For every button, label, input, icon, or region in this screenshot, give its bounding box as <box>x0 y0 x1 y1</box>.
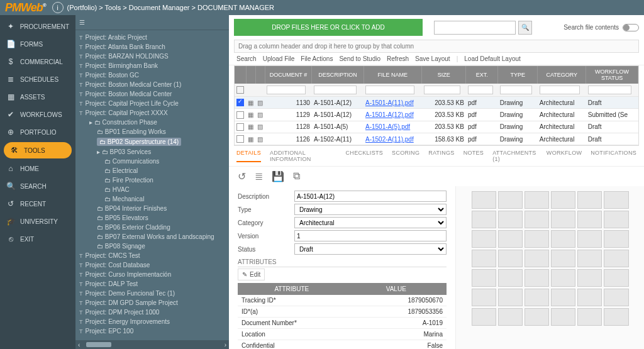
search-icon[interactable]: 🔍 <box>518 21 532 35</box>
tree-item[interactable]: TProject: Capital Project XXXX <box>79 108 226 118</box>
row-thumb-icon[interactable]: ▧ <box>257 123 263 130</box>
field-type[interactable]: Drawing <box>294 204 447 215</box>
nav-university[interactable]: 🎓UNIVERSITY <box>0 213 75 230</box>
search-file-contents-toggle[interactable] <box>623 24 639 31</box>
file-link[interactable]: A-1501-A(5).pdf <box>365 123 410 130</box>
column-filter[interactable] <box>267 86 306 94</box>
tree-item[interactable]: 🗀 BP07 External Works and Landscaping <box>79 232 226 241</box>
field-status[interactable]: Draft <box>294 243 447 255</box>
grid-action[interactable]: Send to Studio <box>339 55 380 62</box>
detail-tab[interactable]: RATINGS <box>428 150 454 162</box>
row-thumb-icon[interactable]: ▧ <box>257 136 263 143</box>
row-thumb-icon[interactable]: ▧ <box>257 99 263 106</box>
nav-portfolio[interactable]: ⊕PORTFOLIO <box>0 123 75 141</box>
column-filter[interactable] <box>588 86 631 94</box>
detail-tab[interactable]: NOTIFICATIONS <box>591 150 636 162</box>
row-gear-icon[interactable]: ▦ <box>248 111 253 118</box>
tree-item[interactable]: TProject: DM GPD Sample Project <box>79 298 226 307</box>
detail-tab[interactable]: CHECKLISTS <box>346 150 384 162</box>
field-version[interactable] <box>294 230 447 241</box>
search-input[interactable] <box>434 21 516 35</box>
tree-item[interactable]: TProject: Atlanta Bank Branch <box>79 42 226 52</box>
nav-commercial[interactable]: $COMMERCIAL <box>0 53 75 70</box>
tree-item[interactable]: TProject: Demo Funcional Tec (1) <box>79 289 226 298</box>
nav-search[interactable]: 🔍SEARCH <box>0 177 75 195</box>
detail-tab[interactable]: ADDITIONAL INFORMATION <box>270 150 337 162</box>
row-thumb-icon[interactable]: ▧ <box>257 111 263 118</box>
column-header[interactable] <box>255 66 265 84</box>
detail-tab[interactable]: SCORING <box>392 150 419 162</box>
tree-item[interactable]: TProject: Boston GC <box>79 70 226 80</box>
row-checkbox[interactable] <box>236 111 244 119</box>
edit-attributes-button[interactable]: ✎ Edit <box>238 269 265 280</box>
column-header[interactable]: EXT. <box>466 66 498 84</box>
tree-item[interactable]: TProject: Cost Database <box>79 260 226 270</box>
file-link[interactable]: A-1502-A(11).pdf <box>365 136 414 143</box>
group-by-bar[interactable]: Drag a column header and drop it here to… <box>234 40 639 53</box>
tree-item[interactable]: TProject: DPM Project 1000 <box>79 307 226 317</box>
table-row[interactable]: ▦▧1129A-1501-A(12)A-1501-A(12).pdf203.53… <box>235 109 638 121</box>
tree-item[interactable]: 🗀 BP01 Enabling Works <box>79 127 226 136</box>
detail-tab[interactable]: NOTES <box>464 150 484 162</box>
row-checkbox[interactable] <box>236 99 244 106</box>
grid-action[interactable]: Refresh <box>387 55 409 62</box>
table-row[interactable]: ▦▧1130A-1501-A(12)A-1501-A(11).pdf203.53… <box>235 97 638 109</box>
field-description[interactable] <box>294 191 447 202</box>
tree-item[interactable]: 🗀 BP02 Superstructure (14) <box>79 136 226 147</box>
column-filter[interactable] <box>468 86 493 94</box>
list-icon[interactable]: ≣ <box>255 170 263 182</box>
tree-item[interactable]: 🗀 Fire Protection <box>79 175 226 185</box>
column-header[interactable]: CATEGORY <box>538 66 586 84</box>
row-checkbox[interactable] <box>236 123 244 131</box>
row-gear-icon[interactable]: ▦ <box>248 123 253 130</box>
tree-item[interactable]: 🗀 BP05 Elevators <box>79 213 226 223</box>
grid-action[interactable]: Upload File <box>263 55 295 62</box>
tree-item[interactable]: TProject: Boston Medical Center (1) <box>79 80 226 89</box>
column-header[interactable] <box>235 66 246 84</box>
grid-action[interactable]: Save Layout <box>415 55 450 62</box>
history-icon[interactable]: ↺ <box>238 170 246 182</box>
open-icon[interactable]: ⧉ <box>293 170 300 182</box>
project-tree[interactable]: ☰ TProject: Arabic ProjectTProject: Atla… <box>75 15 229 349</box>
row-checkbox[interactable] <box>236 135 244 143</box>
row-gear-icon[interactable]: ▦ <box>248 99 253 106</box>
tree-item[interactable]: TProject: Arabic Project <box>79 33 226 42</box>
dropzone[interactable]: DROP FILES HERE OR CLICK TO ADD <box>234 19 423 36</box>
column-header[interactable]: TYPE <box>498 66 538 84</box>
tree-item[interactable]: TProject: Energy Improvements <box>79 317 226 326</box>
document-preview[interactable] <box>455 186 644 349</box>
nav-schedules[interactable]: ≣SCHEDULES <box>0 70 75 88</box>
tree-item[interactable]: ▸ 🗀 Construction Phase <box>79 118 226 127</box>
column-header[interactable]: DESCRIPTION <box>312 66 364 84</box>
select-all-checkbox[interactable] <box>236 86 244 94</box>
file-link[interactable]: A-1501-A(12).pdf <box>365 111 414 118</box>
nav-recent[interactable]: ↺RECENT <box>0 195 75 213</box>
file-link[interactable]: A-1501-A(11).pdf <box>365 99 414 106</box>
breadcrumb[interactable]: (Portfolio) > Tools > Document Manager >… <box>67 4 274 11</box>
tree-item[interactable]: TProject: DALP Test <box>79 279 226 289</box>
detail-tab[interactable]: ATTACHMENTS (1) <box>492 150 538 162</box>
grid-action[interactable]: Load Default Layout <box>464 55 521 62</box>
tree-item[interactable]: ▸ 🗀 BP03 Services <box>79 147 226 157</box>
column-header[interactable] <box>246 66 255 84</box>
row-gear-icon[interactable]: ▦ <box>248 136 253 143</box>
column-header[interactable]: FILE NAME <box>364 66 422 84</box>
tree-item[interactable]: 🗀 BP08 Signage <box>79 241 226 251</box>
document-grid[interactable]: DOCUMENT #DESCRIPTIONFILE NAMESIZEEXT.TY… <box>234 65 639 146</box>
save-icon[interactable]: 💾 <box>272 170 284 182</box>
column-header[interactable]: DOCUMENT # <box>265 66 312 84</box>
detail-tab[interactable]: WORKFLOW <box>547 150 582 162</box>
tree-item[interactable]: TProject: EPC 100 <box>79 326 226 336</box>
detail-tab[interactable]: DETAILS <box>236 150 261 162</box>
tree-item[interactable]: TProject: Birmingham Bank <box>79 61 226 70</box>
grid-action[interactable]: Search <box>236 55 257 62</box>
tree-item[interactable]: 🗀 Communications <box>79 157 226 166</box>
table-row[interactable]: ▦▧1126A-1502-A(11)A-1502-A(11).pdf158.63… <box>235 133 638 145</box>
tree-toolbar[interactable]: ☰ <box>75 15 229 30</box>
nav-workflows[interactable]: ✔WORKFLOWS <box>0 106 75 123</box>
nav-tools[interactable]: 🛠TOOLS <box>4 142 72 158</box>
grid-action[interactable]: File Actions <box>301 55 333 62</box>
tree-item[interactable]: TProject: CMCS Test <box>79 251 226 260</box>
column-filter[interactable] <box>500 86 532 94</box>
tree-item[interactable]: 🗀 HVAC <box>79 185 226 194</box>
